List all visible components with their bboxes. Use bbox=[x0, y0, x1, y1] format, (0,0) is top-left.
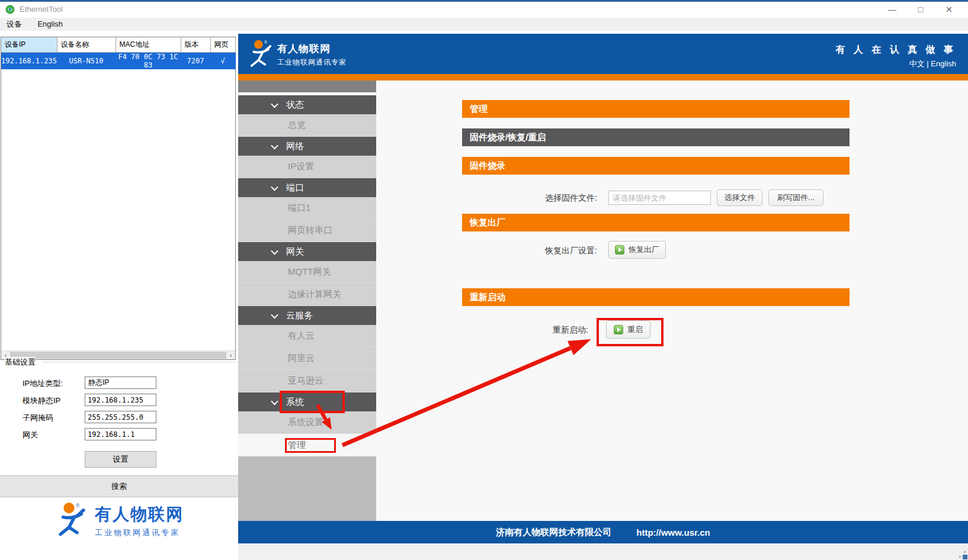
factory-section-title: 恢复出厂 bbox=[462, 214, 850, 231]
factory-reset-button[interactable]: 恢复出厂 bbox=[608, 241, 666, 259]
sidebar-top-strip bbox=[238, 81, 376, 92]
svg-text:®: ® bbox=[76, 503, 79, 508]
sidebar-label: MQTT网关 bbox=[288, 266, 331, 278]
set-button[interactable]: 设置 bbox=[85, 451, 156, 468]
sidebar-label: 阿里云 bbox=[288, 353, 315, 364]
sidebar-group-status[interactable]: 状态 bbox=[238, 95, 376, 114]
usr-logo-icon-white: ® bbox=[246, 40, 275, 69]
title-bar: EthernetTool — □ ✕ bbox=[0, 0, 968, 18]
restart-label: 重新启动: bbox=[462, 325, 588, 336]
subnet-label: 子网掩码 bbox=[23, 413, 53, 423]
gateway-field[interactable] bbox=[85, 428, 156, 440]
search-button[interactable]: 搜索 bbox=[0, 475, 238, 497]
sidebar-item-ali-cloud[interactable]: 阿里云 bbox=[238, 347, 376, 370]
menu-english[interactable]: English bbox=[31, 18, 69, 31]
web-body: 状态 总览 网络 IP设置 端口 端口1 bbox=[238, 81, 968, 521]
web-footer: 济南有人物联网技术有限公司 http://www.usr.cn bbox=[238, 521, 968, 543]
usr-logo: ® 有人物联网 工业物联网通讯专家 bbox=[0, 502, 238, 539]
web-header: ® 有人物联网 工业物联网通讯专家 有 人 在 认 真 做 事 中文 | Eng… bbox=[238, 34, 968, 74]
static-ip-field[interactable] bbox=[85, 394, 156, 406]
maximize-button[interactable]: □ bbox=[906, 2, 935, 17]
basic-settings-title: 基础设置 bbox=[5, 357, 36, 368]
column-header-mac[interactable]: MAC地址 bbox=[116, 37, 181, 53]
sidebar-item-aws-cloud[interactable]: 亚马逊云 bbox=[238, 370, 376, 392]
gateway-label: 网关 bbox=[23, 430, 38, 440]
flash-firmware-button[interactable]: 刷写固件... bbox=[768, 189, 823, 206]
device-table: 设备IP 设备名称 MAC地址 版本 网页 192.168.1.235 USR-… bbox=[1, 37, 236, 69]
svg-text:®: ® bbox=[264, 40, 267, 44]
page-title: 管理 bbox=[462, 100, 850, 118]
web-brand-slogan: 工业物联网通讯专家 bbox=[277, 57, 347, 67]
sidebar-label: 网关 bbox=[286, 246, 304, 258]
scrollbar-thumb[interactable] bbox=[10, 352, 226, 359]
sidebar-item-web-to-serial[interactable]: 网页转串口 bbox=[238, 220, 376, 242]
sidebar-item-admin[interactable]: 管理 bbox=[238, 434, 376, 456]
sidebar-group-port[interactable]: 端口 bbox=[238, 178, 376, 197]
usr-logo-icon: ® bbox=[55, 502, 89, 539]
sidebar-item-ip-settings[interactable]: IP设置 bbox=[238, 156, 376, 178]
close-button[interactable]: ✕ bbox=[935, 2, 963, 17]
sidebar-item-edge-gateway[interactable]: 边缘计算网关 bbox=[238, 284, 376, 306]
chevron-down-icon bbox=[271, 247, 278, 255]
lang-english-link[interactable]: English bbox=[931, 59, 956, 68]
subnet-field[interactable] bbox=[85, 411, 156, 423]
orange-divider bbox=[238, 74, 968, 81]
sidebar-group-system[interactable]: 系统 bbox=[238, 392, 376, 411]
sidebar-label: 云服务 bbox=[286, 310, 313, 321]
window-title: EthernetTool bbox=[20, 5, 63, 14]
chevron-down-icon bbox=[271, 183, 278, 191]
column-header-device-name[interactable]: 设备名称 bbox=[57, 37, 116, 53]
groupbox-divider bbox=[43, 362, 236, 362]
resize-grip[interactable] bbox=[964, 551, 966, 553]
cell-mac: F4 70 0C 73 1C 83 bbox=[116, 53, 181, 70]
window-background-strip bbox=[238, 543, 968, 560]
sidebar-item-overview[interactable]: 总览 bbox=[238, 114, 376, 137]
cell-device-ip: 192.168.1.235 bbox=[1, 53, 57, 70]
sidebar-label: 有人云 bbox=[288, 330, 315, 342]
section-subtitle: 固件烧录/恢复/重启 bbox=[462, 128, 850, 146]
resize-grip-corner[interactable] bbox=[963, 555, 967, 559]
firmware-file-input[interactable] bbox=[608, 191, 711, 205]
restart-section-title: 重新启动 bbox=[462, 288, 850, 306]
annotation-box-system bbox=[280, 391, 345, 413]
sidebar-group-cloud[interactable]: 云服务 bbox=[238, 306, 376, 325]
window-accent-border bbox=[0, 0, 968, 2]
column-header-version[interactable]: 版本 bbox=[181, 37, 210, 53]
column-header-device-ip[interactable]: 设备IP bbox=[1, 37, 57, 53]
sidebar-group-gateway[interactable]: 网关 bbox=[238, 242, 376, 261]
sidebar-item-usr-cloud[interactable]: 有人云 bbox=[238, 325, 376, 347]
sidebar-label: 端口 bbox=[286, 182, 304, 194]
chevron-down-icon bbox=[271, 311, 278, 318]
choose-file-button[interactable]: 选择文件 bbox=[717, 189, 762, 206]
lang-chinese-link[interactable]: 中文 bbox=[909, 59, 925, 68]
sidebar-label: 边缘计算网关 bbox=[288, 289, 341, 300]
sidebar-label: 端口1 bbox=[288, 202, 310, 214]
web-sidebar: 状态 总览 网络 IP设置 端口 端口1 bbox=[238, 81, 376, 521]
sidebar-label: 总览 bbox=[288, 120, 306, 131]
sidebar-item-system-settings[interactable]: 系统设置 bbox=[238, 411, 376, 434]
sidebar-label: 网络 bbox=[286, 141, 304, 152]
footer-url[interactable]: http://www.usr.cn bbox=[636, 527, 710, 538]
app-icon bbox=[5, 5, 15, 14]
menu-device[interactable]: 设备 bbox=[0, 18, 28, 31]
sidebar-label: 网页转串口 bbox=[288, 225, 332, 236]
sidebar-item-mqtt-gateway[interactable]: MQTT网关 bbox=[238, 261, 376, 284]
ip-type-select[interactable]: 静态IP bbox=[85, 376, 156, 389]
device-list: 设备IP 设备名称 MAC地址 版本 网页 192.168.1.235 USR-… bbox=[1, 37, 236, 360]
sidebar-group-network[interactable]: 网络 bbox=[238, 137, 376, 156]
cell-web-link[interactable]: √ bbox=[210, 53, 235, 70]
chevron-down-icon bbox=[271, 100, 278, 108]
factory-reset-label: 恢复出厂设置: bbox=[462, 246, 597, 256]
ip-type-label: IP地址类型: bbox=[23, 378, 63, 389]
minimize-button[interactable]: — bbox=[878, 2, 906, 17]
footer-company: 济南有人物联网技术有限公司 bbox=[496, 527, 611, 538]
sidebar-item-port1[interactable]: 端口1 bbox=[238, 197, 376, 220]
device-panel: 设备IP 设备名称 MAC地址 版本 网页 192.168.1.235 USR-… bbox=[0, 31, 238, 560]
column-header-web[interactable]: 网页 bbox=[210, 37, 235, 53]
annotation-box-admin bbox=[285, 438, 336, 453]
scroll-right-icon[interactable]: › bbox=[226, 351, 235, 359]
horizontal-scrollbar[interactable]: ‹ › bbox=[1, 350, 235, 359]
resize-grip[interactable] bbox=[959, 556, 961, 558]
table-row-selected[interactable]: 192.168.1.235 USR-N510 F4 70 0C 73 1C 83… bbox=[1, 53, 235, 70]
web-config-view: ® 有人物联网 工业物联网通讯专家 有 人 在 认 真 做 事 中文 | Eng… bbox=[238, 34, 968, 543]
